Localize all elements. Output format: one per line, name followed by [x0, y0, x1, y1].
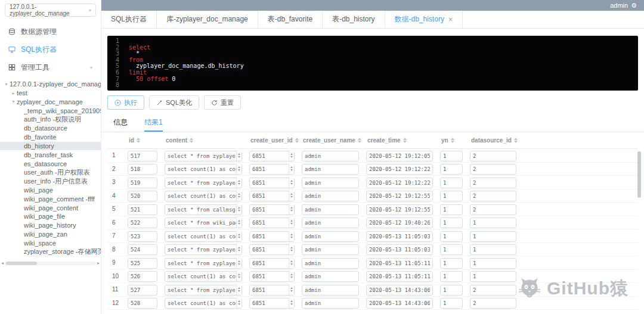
cell-input-yn[interactable] [440, 271, 463, 282]
cell-input-yn[interactable] [440, 191, 463, 201]
tree-item-user_auth[interactable]: user_auth -用户权限表 [0, 168, 101, 177]
editor-code[interactable]: select *from zyplayer_doc_manage.db_hist… [123, 36, 638, 91]
cell-input-datasource_id[interactable] [470, 178, 516, 188]
stepper-icon[interactable] [289, 244, 294, 254]
cell-input-datasource_id[interactable] [470, 298, 516, 309]
sort-icon[interactable] [295, 138, 299, 143]
stepper-icon[interactable] [289, 257, 294, 268]
cell-input-datasource_id[interactable] [470, 271, 516, 282]
cell-input-create_user_id[interactable] [249, 217, 295, 228]
scroll-left-icon[interactable]: ◂ [1, 260, 4, 266]
tab-db_history[interactable]: 表-db_history [323, 11, 385, 28]
stepper-icon[interactable] [289, 204, 294, 214]
caret-down-icon[interactable]: ▾ [10, 99, 17, 104]
tree-item-zyplayer_storage[interactable]: zyplayer_storage -存储网页上 [0, 247, 101, 256]
stepper-icon[interactable] [236, 190, 242, 201]
stepper-icon[interactable] [236, 163, 242, 174]
col-header-content[interactable]: content [165, 137, 249, 144]
caret-right-icon[interactable]: ▸ [10, 91, 17, 96]
cell-input-create_user_id[interactable] [249, 164, 295, 175]
close-icon[interactable]: × [448, 15, 453, 24]
table-vertical-scrollbar[interactable] [637, 151, 641, 198]
stepper-icon[interactable] [236, 204, 242, 214]
cell-input-content[interactable] [165, 204, 242, 215]
caret-down-icon[interactable]: ▾ [3, 82, 10, 87]
tree-item-wiki_page_comment--ffff[interactable]: wiki_page_comment -ffff [0, 194, 101, 203]
tree-item-db_datasource[interactable]: db_datasource [0, 124, 101, 133]
tree-item-wiki_page_history[interactable]: wiki_page_history [0, 221, 101, 230]
tree-item-wiki_space[interactable]: wiki_space [0, 238, 101, 247]
cell-input-yn[interactable] [440, 164, 463, 175]
cell-input-datasource_id[interactable] [470, 217, 516, 228]
stepper-icon[interactable] [236, 271, 242, 281]
tab-db_history[interactable]: 数据-db_history× [385, 11, 463, 28]
cell-input-content[interactable] [165, 164, 242, 175]
cell-input-create_time[interactable] [366, 217, 433, 228]
cell-input-create_time[interactable] [366, 164, 433, 175]
scrollbar-thumb[interactable] [6, 262, 37, 265]
col-header-create_user_name[interactable]: create_user_name [302, 137, 366, 144]
cell-input-yn[interactable] [440, 217, 463, 228]
cell-input-id[interactable] [128, 151, 157, 161]
stepper-icon[interactable] [236, 150, 242, 161]
stepper-icon[interactable] [289, 231, 294, 241]
cell-input-yn[interactable] [440, 285, 463, 296]
cell-input-yn[interactable] [440, 298, 463, 309]
gear-icon[interactable]: ⚙ [631, 2, 637, 10]
cell-input-create_user_name[interactable] [302, 285, 359, 296]
cell-input-create_time[interactable] [366, 258, 433, 269]
cell-input-id[interactable] [128, 285, 157, 296]
cell-input-datasource_id[interactable] [470, 231, 516, 242]
cell-input-create_user_id[interactable] [249, 258, 295, 269]
cell-input-create_user_name[interactable] [302, 151, 359, 161]
stepper-icon[interactable] [236, 297, 242, 308]
tab-zyplayer_doc_manage[interactable]: 库-zyplayer_doc_manage [157, 11, 258, 28]
sort-icon[interactable] [358, 138, 361, 143]
tree-item-es_datasource[interactable]: es_datasource [0, 159, 101, 168]
cell-input-create_time[interactable] [366, 285, 433, 296]
cell-input-create_time[interactable] [366, 191, 433, 201]
cell-input-create_user_name[interactable] [302, 271, 359, 282]
cell-input-content[interactable] [165, 191, 242, 201]
cell-input-content[interactable] [165, 271, 242, 282]
cell-input-create_user_name[interactable] [302, 178, 359, 188]
tree-item-db_transfer_task[interactable]: db_transfer_task [0, 150, 101, 159]
tree-item-wiki_page_content[interactable]: wiki_page_content [0, 203, 101, 212]
cell-input-content[interactable] [165, 258, 242, 269]
col-header-create_user_id[interactable]: create_user_id [249, 137, 302, 144]
cell-input-id[interactable] [128, 204, 157, 215]
stepper-icon[interactable] [236, 257, 242, 268]
cell-input-yn[interactable] [440, 258, 463, 269]
cell-input-id[interactable] [128, 298, 157, 309]
cell-input-create_user_id[interactable] [249, 178, 295, 188]
cell-input-id[interactable] [128, 231, 157, 242]
stepper-icon[interactable] [236, 284, 242, 295]
stepper-icon[interactable] [236, 244, 242, 254]
cell-input-id[interactable] [128, 244, 157, 255]
cell-input-datasource_id[interactable] [470, 191, 516, 201]
sort-icon[interactable] [137, 138, 140, 143]
tree-item-wiki_page_file[interactable]: wiki_page_file [0, 212, 101, 221]
cell-input-id[interactable] [128, 191, 157, 201]
cell-input-create_time[interactable] [366, 151, 433, 161]
cell-input-create_time[interactable] [366, 244, 433, 255]
execute-button[interactable]: 执行 [107, 95, 144, 110]
col-header-datasource_id[interactable]: datasource_id [470, 137, 524, 144]
stepper-icon[interactable] [289, 217, 294, 228]
cell-input-datasource_id[interactable] [470, 258, 516, 269]
reset-button[interactable]: 重置 [204, 95, 241, 110]
cell-input-content[interactable] [165, 217, 242, 228]
sort-icon[interactable] [190, 138, 193, 143]
sidebar-item-sql-executor[interactable]: SQL执行器 [0, 41, 101, 58]
cell-input-create_time[interactable] [366, 231, 433, 242]
cell-input-create_user_id[interactable] [249, 285, 295, 296]
tree-item-_temp_wiki_space_20190928[interactable]: _temp_wiki_space_20190928 [0, 106, 101, 115]
cell-input-content[interactable] [165, 151, 242, 161]
tree-item-test[interactable]: ▸test [0, 89, 101, 98]
stepper-icon[interactable] [236, 231, 242, 241]
cell-input-create_user_id[interactable] [249, 204, 295, 215]
tree-item-wiki_page[interactable]: wiki_page [0, 186, 101, 195]
sort-icon[interactable] [451, 138, 454, 143]
cell-input-yn[interactable] [440, 244, 463, 255]
cell-input-yn[interactable] [440, 231, 463, 242]
